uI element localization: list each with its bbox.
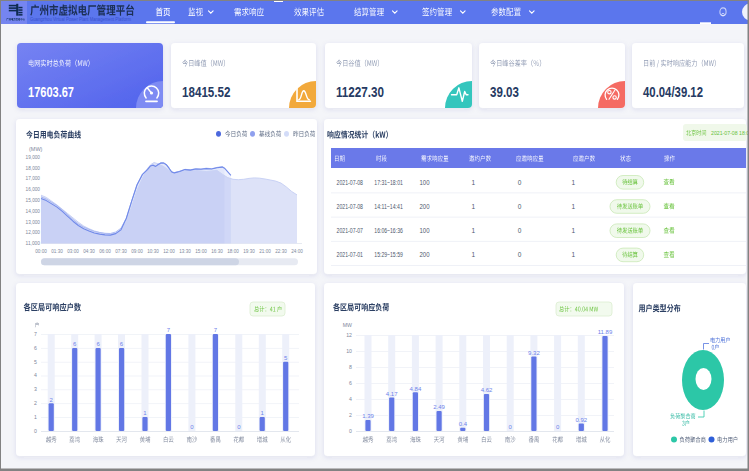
svg-text:14:11~14:41: 14:11~14:41 [374, 203, 403, 210]
svg-text:1: 1 [572, 203, 576, 210]
svg-text:0: 0 [349, 428, 352, 434]
svg-text:5: 5 [34, 359, 37, 365]
svg-text:01:30: 01:30 [51, 248, 63, 254]
svg-text:4: 4 [349, 396, 352, 402]
svg-text:40.04/39.12: 40.04/39.12 [643, 84, 703, 100]
svg-text:03:00: 03:00 [67, 248, 79, 254]
svg-text:100: 100 [420, 227, 430, 234]
svg-text:4.17: 4.17 [386, 391, 398, 397]
svg-text:10:30: 10:30 [147, 248, 159, 254]
svg-text:2021-07-08: 2021-07-08 [337, 179, 364, 186]
svg-text:7: 7 [34, 331, 37, 337]
svg-text:19:30: 19:30 [243, 248, 255, 254]
svg-text:15:00: 15:00 [195, 248, 207, 254]
svg-text:15:29~15:59: 15:29~15:59 [374, 251, 403, 258]
svg-text:14,000: 14,000 [26, 208, 40, 214]
svg-text:9.32: 9.32 [528, 350, 540, 356]
svg-text:2.49: 2.49 [433, 404, 445, 410]
svg-text:0: 0 [518, 227, 522, 234]
svg-text:1: 1 [572, 179, 576, 186]
svg-text:3: 3 [34, 386, 37, 392]
svg-text:2021-07-08: 2021-07-08 [337, 203, 364, 210]
svg-text:0: 0 [34, 428, 37, 434]
svg-text:24:00: 24:00 [291, 248, 303, 254]
svg-text:09:00: 09:00 [131, 248, 143, 254]
svg-text:22:30: 22:30 [275, 248, 287, 254]
svg-text:18:00: 18:00 [227, 248, 239, 254]
svg-text:10: 10 [346, 348, 352, 354]
svg-text:07:30: 07:30 [115, 248, 127, 254]
svg-text:06:00: 06:00 [99, 248, 111, 254]
svg-text:4: 4 [34, 372, 37, 378]
svg-text:0.4: 0.4 [459, 421, 468, 427]
svg-text:12: 12 [346, 332, 352, 338]
svg-text:17603.67: 17603.67 [28, 84, 74, 100]
svg-text:1: 1 [472, 179, 476, 186]
svg-text:200: 200 [420, 203, 430, 210]
svg-text:Guangzhou Virtual Power Plant: Guangzhou Virtual Power Plant Management… [30, 17, 131, 22]
svg-text:13:30: 13:30 [179, 248, 191, 254]
svg-text:4.62: 4.62 [481, 387, 493, 393]
svg-text:19,000: 19,000 [26, 154, 40, 160]
svg-text:1: 1 [572, 227, 576, 234]
svg-text:MW: MW [343, 322, 352, 328]
svg-text:100: 100 [420, 179, 430, 186]
svg-text:2: 2 [34, 400, 37, 406]
svg-text:1: 1 [472, 227, 476, 234]
svg-text:(MW): (MW) [29, 146, 43, 152]
svg-text:0: 0 [518, 203, 522, 210]
svg-text:1: 1 [34, 414, 37, 420]
svg-text:16:06~16:36: 16:06~16:36 [374, 227, 403, 234]
svg-text:11,000: 11,000 [26, 240, 41, 246]
svg-text:0.92: 0.92 [575, 417, 587, 423]
svg-text:00:00: 00:00 [35, 248, 47, 254]
svg-text:04:30: 04:30 [83, 248, 95, 254]
svg-text:17,000: 17,000 [26, 175, 40, 181]
svg-text:39.03: 39.03 [490, 84, 519, 100]
svg-text:15,000: 15,000 [26, 197, 40, 203]
svg-text:1: 1 [472, 203, 476, 210]
svg-text:1: 1 [572, 251, 576, 258]
svg-text:21:00: 21:00 [259, 248, 271, 254]
svg-text:8: 8 [349, 364, 352, 370]
svg-text:2: 2 [349, 412, 352, 418]
svg-text:16,000: 16,000 [26, 186, 40, 192]
svg-text:1: 1 [472, 251, 476, 258]
svg-text:4.84: 4.84 [410, 386, 422, 392]
svg-text:0: 0 [518, 251, 522, 258]
svg-text:13,000: 13,000 [26, 219, 40, 225]
svg-text:18,000: 18,000 [26, 165, 40, 171]
svg-text:0: 0 [518, 179, 522, 186]
svg-text:16:30: 16:30 [211, 248, 223, 254]
svg-text:6: 6 [34, 345, 37, 351]
svg-text:6: 6 [349, 380, 352, 386]
svg-text:2021-07-07: 2021-07-07 [337, 227, 364, 234]
svg-text:18415.52: 18415.52 [182, 84, 231, 100]
svg-text:1.39: 1.39 [362, 413, 374, 419]
svg-text:17:31~18:01: 17:31~18:01 [374, 179, 403, 186]
svg-text:2021-07-01: 2021-07-01 [337, 251, 364, 258]
svg-text:11.89: 11.89 [598, 329, 613, 335]
svg-text:11227.30: 11227.30 [336, 84, 384, 100]
svg-text:2021-07-08 18:03: 2021-07-08 18:03 [711, 130, 749, 136]
svg-text:200: 200 [420, 251, 430, 258]
svg-text:12:00: 12:00 [163, 248, 175, 254]
svg-text:12,000: 12,000 [26, 229, 40, 235]
